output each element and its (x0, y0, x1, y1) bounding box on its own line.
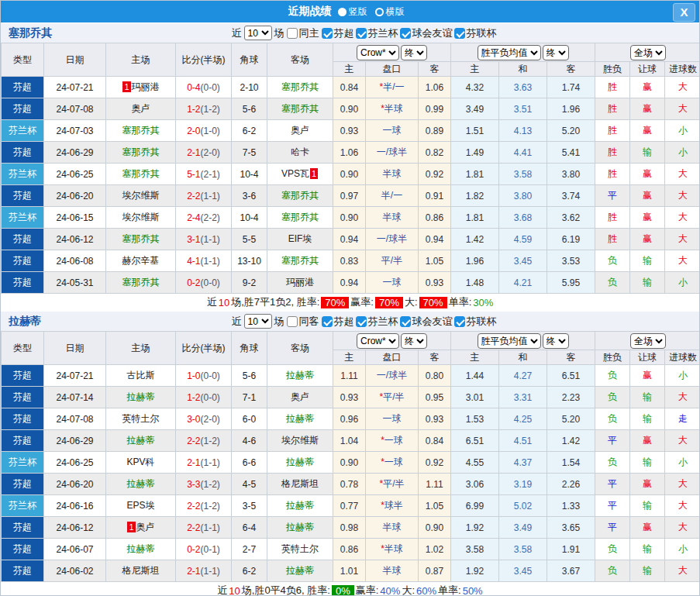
league-checkbox[interactable]: 芬联杯 (454, 315, 497, 329)
close-button[interactable]: X (673, 3, 695, 22)
team-label: 塞那乔其 (281, 103, 319, 114)
same-venue-checkbox[interactable]: 同客 (287, 315, 319, 329)
avg-select[interactable]: 胜平负均值 (478, 333, 541, 349)
fulltime-score: 2-2 (187, 436, 200, 446)
avg-draw-cell: 3.49 (499, 517, 547, 539)
layout-horizontal-radio[interactable]: 横版 (375, 5, 405, 19)
odds-time-select[interactable]: 终 (401, 45, 427, 60)
home-odds-cell: 1.01 (333, 560, 366, 582)
result-cell: 胜 (595, 229, 630, 250)
fulltime-score: 3-3 (187, 479, 200, 490)
team-label: 埃尔维斯 (122, 190, 160, 201)
bookmaker-select[interactable]: Crow* (357, 45, 399, 60)
avg-time-select[interactable]: 终 (543, 45, 569, 60)
checkbox-checked-icon[interactable] (322, 28, 333, 39)
checkbox-checked-icon[interactable] (322, 316, 333, 327)
handicap-label: 球半 (384, 500, 403, 511)
league-type-cell: 芬兰杯 (2, 452, 44, 474)
halftime-score: (1-2) (201, 501, 220, 512)
avg-home-cell: 1.44 (451, 365, 499, 387)
avg-home-cell: 3.49 (451, 98, 499, 120)
league-checkbox[interactable]: 芬联杯 (454, 26, 497, 40)
match-count-select[interactable]: 10 (244, 314, 272, 329)
league-checkbox[interactable]: 芬兰杯 (356, 315, 398, 329)
avg-home-cell: 1.49 (451, 142, 499, 164)
checkbox-checked-icon[interactable] (356, 28, 367, 39)
away-odds-cell: 0.82 (419, 142, 451, 164)
league-checkbox-label: 芬兰杯 (368, 26, 398, 40)
league-checkbox[interactable]: 芬超 (322, 315, 354, 329)
subcol-home-odds: 主 (333, 62, 366, 77)
home-odds-cell: 0.90 (333, 452, 366, 474)
handicap-cell: 半/一 (366, 185, 419, 207)
result-cell: 平 (595, 517, 630, 539)
away-team-cell: 拉赫蒂 (267, 560, 333, 582)
checkbox-checked-icon[interactable] (356, 316, 367, 327)
fulltime-score: 2-4 (187, 212, 200, 223)
scope-select[interactable]: 全场 (630, 333, 666, 349)
home-odds-cell: 0.78 (333, 474, 366, 495)
corners-cell: 10-4 (232, 164, 267, 185)
team-label: 哈卡 (291, 146, 309, 157)
league-checkbox[interactable]: 球会友谊 (400, 315, 453, 329)
goals-cell: 大 (665, 164, 700, 185)
summary-text: 50% (463, 585, 483, 596)
subcol-away-odds: 客 (419, 62, 451, 77)
handicap-result-cell: 赢 (630, 98, 665, 120)
same-venue-checkbox[interactable]: 同主 (287, 26, 319, 40)
handicap-result-cell: 赢 (630, 229, 665, 250)
league-checkbox-label: 芬联杯 (467, 26, 497, 40)
avg-home-cell: 6.51 (451, 430, 499, 452)
handicap-label: 一/球半 (377, 370, 407, 381)
col-date: 日期 (44, 43, 106, 77)
team-label: 拉赫蒂 (286, 565, 314, 576)
checkbox-checked-icon[interactable] (454, 28, 465, 39)
corners-cell: 4-6 (232, 430, 267, 452)
away-odds-cell: 0.93 (419, 408, 451, 430)
avg-select[interactable]: 胜平负均值 (478, 45, 541, 60)
corners-cell: 6-0 (232, 408, 267, 430)
handicap-result-cell: 赢 (630, 120, 665, 142)
handicap-cell: 一/球半 (366, 229, 419, 250)
col-type: 类型 (2, 332, 44, 365)
halftime-score: (1-2) (201, 479, 220, 490)
league-checkbox[interactable]: 芬兰杯 (356, 26, 398, 40)
handicap-label: 一/球半 (377, 233, 407, 244)
avg-home-cell: 1.92 (451, 560, 499, 582)
summary-text: 赢率: (350, 295, 374, 309)
match-count-select[interactable]: 10 (244, 26, 272, 40)
checkbox-unchecked-icon[interactable] (287, 28, 298, 39)
rate-badge: 70% (375, 297, 403, 308)
halftime-score: (0-0) (201, 277, 220, 288)
checkbox-unchecked-icon[interactable] (287, 316, 298, 327)
home-odds-cell: 0.90 (333, 207, 366, 229)
scope-select[interactable]: 全场 (630, 45, 666, 60)
avg-draw-cell: 3.63 (499, 77, 547, 98)
league-checkbox[interactable]: 球会友谊 (400, 26, 453, 40)
checkbox-checked-icon[interactable] (400, 28, 411, 39)
halftime-score: (0-0) (201, 392, 220, 403)
radio-selected-icon[interactable] (338, 8, 347, 16)
goals-cell: 小 (665, 272, 700, 294)
filters: 近 10 场 同客 芬超芬兰杯球会友谊芬联杯 (232, 314, 497, 329)
team-section-home: 塞那乔其 近 10 场 同主 芬超芬兰杯球会友谊芬联杯 类型 日期 主场 比分(… (1, 22, 699, 311)
goals-cell: 小 (665, 142, 700, 164)
checkbox-checked-icon[interactable] (400, 316, 411, 327)
fulltime-score: 1-2 (187, 392, 200, 403)
score-cell: 2-2(1-1) (176, 517, 232, 539)
avg-home-cell: 1.96 (451, 250, 499, 272)
games-label: 场 (274, 315, 284, 329)
subcol-avg-draw: 和 (499, 350, 547, 365)
avg-time-select[interactable]: 终 (543, 333, 569, 349)
match-row: 芬超24-06-08赫尔辛基4-1(1-1)13-10塞那乔其0.83平/半1.… (2, 250, 700, 272)
layout-vertical-radio[interactable]: 竖版 (338, 5, 367, 19)
checkbox-checked-icon[interactable] (454, 316, 465, 327)
league-checkbox[interactable]: 芬超 (322, 26, 354, 40)
league-type-cell: 芬超 (2, 250, 44, 272)
summary-text: 30% (473, 297, 493, 308)
odds-time-select[interactable]: 终 (401, 333, 427, 349)
halftime-score: (1-1) (201, 191, 220, 202)
radio-unselected-icon[interactable] (375, 8, 384, 16)
bookmaker-select[interactable]: Crow* (357, 333, 399, 349)
recent-results-modal: 近期战绩 竖版 横版 X 塞那乔其 近 10 场 同主 芬超芬兰杯球会友谊芬联杯 (0, 0, 700, 596)
